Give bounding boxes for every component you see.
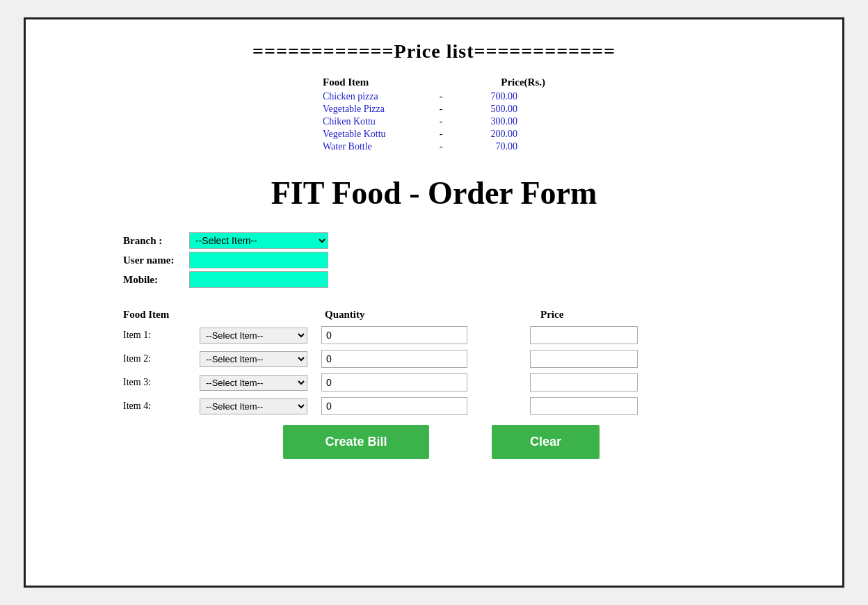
quantity-column-header: Quantity — [325, 309, 478, 321]
buttons-row: Create Bill Clear — [283, 425, 814, 459]
price-table: Food Item Price(Rs.) Chicken pizza - 700… — [323, 76, 545, 154]
price-row: Vegetable Kottu - 200.00 — [323, 129, 545, 140]
branch-select[interactable]: --Select Item--Branch 1Branch 2Branch 3 — [189, 232, 328, 249]
price-row: Chiken Kottu - 300.00 — [323, 116, 545, 127]
price-list-header: ============Price list============ — [54, 40, 814, 63]
page-container: ============Price list============ Food … — [24, 17, 844, 588]
price-table-wrapper: Food Item Price(Rs.) Chicken pizza - 700… — [54, 76, 814, 154]
food-order-section: Food Item Quantity Price Item 1: --Selec… — [123, 309, 814, 459]
qty-input-3[interactable] — [321, 373, 467, 392]
food-item-select-1[interactable]: --Select Item--Chicken pizzaVegetable Pi… — [200, 328, 307, 344]
price-row: Vegetable Pizza - 500.00 — [323, 104, 545, 115]
food-section-headers: Food Item Quantity Price — [123, 309, 814, 321]
price-row-price: 700.00 — [448, 91, 517, 102]
price-row-food: Vegetable Kottu — [323, 129, 434, 140]
price-row-food: Chiken Kottu — [323, 116, 434, 127]
price-table-header: Food Item Price(Rs.) — [323, 76, 545, 88]
price-row-price: 200.00 — [448, 129, 517, 140]
username-input[interactable] — [189, 252, 328, 268]
col-price-header: Price(Rs.) — [448, 76, 545, 88]
food-item-row: Item 2: --Select Item--Chicken pizzaVege… — [123, 350, 814, 368]
username-row: User name: — [123, 252, 814, 268]
price-row-food: Chicken pizza — [323, 91, 434, 102]
food-item-row: Item 3: --Select Item--Chicken pizzaVege… — [123, 373, 814, 392]
price-row-food: Water Bottle — [323, 141, 434, 152]
food-item-row: Item 4: --Select Item--Chicken pizzaVege… — [123, 397, 814, 415]
col-food-header: Food Item — [323, 76, 434, 88]
price-row-food: Vegetable Pizza — [323, 104, 434, 115]
username-label: User name: — [123, 255, 189, 266]
price-input-3[interactable] — [530, 373, 638, 392]
price-row-dash: - — [434, 129, 448, 140]
food-item-column-header: Food Item — [123, 309, 200, 321]
price-row-dash: - — [434, 91, 448, 102]
food-item-label-4: Item 4: — [123, 401, 200, 412]
food-item-select-2[interactable]: --Select Item--Chicken pizzaVegetable Pi… — [200, 351, 307, 367]
price-row: Water Bottle - 70.00 — [323, 141, 545, 152]
branch-section: Branch : --Select Item--Branch 1Branch 2… — [123, 232, 814, 288]
mobile-label: Mobile: — [123, 274, 189, 286]
price-row-dash: - — [434, 104, 448, 115]
food-item-row: Item 1: --Select Item--Chicken pizzaVege… — [123, 326, 814, 344]
price-row-dash: - — [434, 116, 448, 127]
price-input-2[interactable] — [530, 350, 638, 368]
food-item-select-4[interactable]: --Select Item--Chicken pizzaVegetable Pi… — [200, 398, 307, 414]
price-input-4[interactable] — [530, 397, 638, 415]
order-form-title: FIT Food - Order Form — [54, 175, 814, 211]
price-row: Chicken pizza - 700.00 — [323, 91, 545, 102]
food-item-label-2: Item 2: — [123, 353, 200, 364]
price-row-price: 500.00 — [448, 104, 517, 115]
price-row-price: 300.00 — [448, 116, 517, 127]
mobile-row: Mobile: — [123, 271, 814, 288]
qty-input-2[interactable] — [321, 350, 467, 368]
branch-row: Branch : --Select Item--Branch 1Branch 2… — [123, 232, 814, 249]
mobile-input[interactable] — [189, 271, 328, 288]
qty-input-4[interactable] — [321, 397, 467, 415]
price-row-price: 70.00 — [448, 141, 517, 152]
clear-button[interactable]: Clear — [492, 425, 600, 459]
branch-label: Branch : — [123, 235, 189, 247]
price-column-header: Price — [540, 309, 652, 321]
food-item-select-3[interactable]: --Select Item--Chicken pizzaVegetable Pi… — [200, 375, 307, 391]
create-bill-button[interactable]: Create Bill — [283, 425, 429, 459]
price-input-1[interactable] — [530, 326, 638, 344]
qty-input-1[interactable] — [321, 326, 467, 344]
food-item-label-1: Item 1: — [123, 330, 200, 341]
price-row-dash: - — [434, 141, 448, 152]
food-item-label-3: Item 3: — [123, 377, 200, 388]
